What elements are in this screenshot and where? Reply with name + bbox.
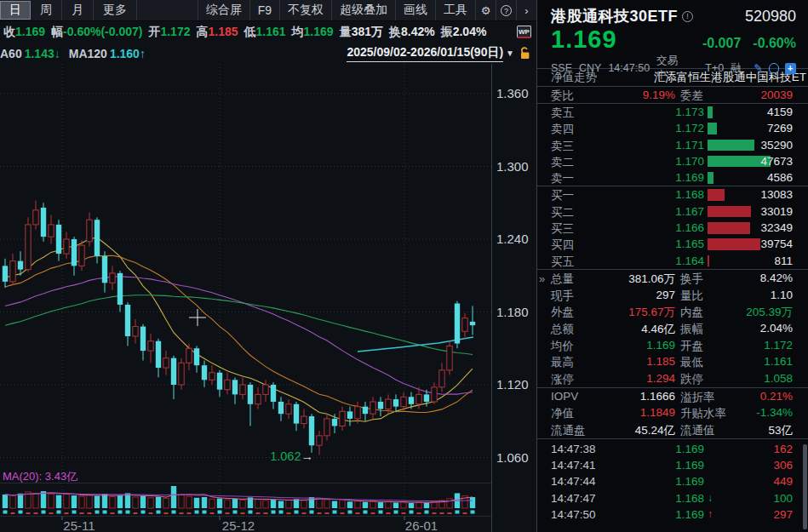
bid-volume: 811 [774, 255, 793, 267]
bid-row[interactable]: 买四1.16539754 [537, 236, 808, 252]
svg-text:1.240: 1.240 [496, 232, 529, 246]
bid-price[interactable]: 1.168 [639, 188, 704, 201]
ma60-label: A60 [0, 47, 22, 60]
menu-item-F9[interactable]: F9 [249, 0, 279, 20]
candlestick-chart[interactable]: 1.3601.3001.2401.1801.1201.06025-1125-12… [0, 64, 536, 532]
ask-row[interactable]: 卖一1.1694586 [537, 169, 808, 186]
ma60-value: 1.143↓ [25, 47, 60, 60]
stat-row: IOPV1.1666溢折率0.21% [537, 388, 808, 405]
bid-price[interactable]: 1.164 [639, 255, 704, 267]
ask-depth-bar [708, 123, 717, 134]
period-tabs: 日周月更多 [0, 0, 137, 20]
menu-item-工具[interactable]: 工具 [435, 0, 475, 20]
bid-depth-bar [708, 206, 751, 218]
quote-振: 振2.04% [441, 25, 487, 40]
ask-book: 卖五1.1734159卖四1.1727269卖三1.17135290卖二1.17… [537, 104, 808, 186]
ask-row[interactable]: 卖三1.17135290 [537, 137, 808, 153]
settings-gear-icon[interactable]: ⚙ [475, 0, 496, 20]
exchange-label: SSE [551, 62, 572, 74]
ask-depth-bar [708, 172, 713, 184]
weicha-value: 20039 [733, 89, 793, 101]
tick-row: 14:47:441.169449 [537, 473, 808, 489]
svg-text:1.060: 1.060 [496, 450, 529, 465]
menu-item-画线[interactable]: 画线 [395, 0, 435, 20]
add-watchlist-icon[interactable]: + [784, 62, 796, 74]
tab-period-日[interactable]: 日 [0, 1, 31, 20]
ask-volume: 4586 [767, 171, 793, 184]
svg-text:1.180: 1.180 [496, 305, 529, 319]
stat-row: 涨停1.294跌停1.058 [537, 370, 808, 387]
quote-换: 换8.42% [389, 25, 435, 40]
tick-arrow-icon: ↓ [708, 492, 713, 504]
stat-row: 净值1.1849升贴水率-1.34% [537, 404, 808, 421]
wp-plugin-icon[interactable]: WP [517, 26, 531, 38]
svg-text:25-12: 25-12 [222, 518, 255, 532]
help-icon[interactable]: ? [496, 0, 516, 20]
stats-block-2: IOPV1.1666溢折率0.21%净值1.1849升贴水率-1.34%流通盘4… [537, 388, 808, 438]
tab-period-周[interactable]: 周 [31, 0, 62, 20]
ask-price[interactable]: 1.170 [639, 155, 704, 168]
bid-row[interactable]: 买一1.16813083 [537, 186, 808, 203]
alert-bell-icon[interactable] [768, 62, 780, 74]
chevron-down-icon[interactable]: ▼ [506, 49, 514, 58]
tick-arrow-icon: ↑ [708, 508, 713, 520]
toolbar-spacer [137, 0, 198, 20]
svg-text:1.360: 1.360 [496, 86, 529, 100]
bid-book: 买一1.16813083买二1.16733019买三1.16632349买四1.… [537, 186, 808, 268]
menu-item-综合屏[interactable]: 综合屏 [198, 0, 249, 20]
last-price: 1.169 [551, 26, 617, 53]
ask-depth-bar [708, 106, 713, 118]
edit-note-icon[interactable]: ✎ [753, 62, 765, 74]
ask-price[interactable]: 1.172 [639, 122, 704, 134]
menu-item-不复权[interactable]: 不复权 [279, 0, 331, 20]
toolbar-more-chevron-icon[interactable]: › [516, 0, 536, 20]
ma120-label: MA120 [69, 47, 107, 60]
quote-开: 开1.172 [148, 25, 190, 40]
chart-section: 日周月更多 综合屏F9不复权超级叠加画线工具 ⚙ ? › 收1.169幅-0.6… [0, 0, 536, 532]
stat-row: 流通盘45.24亿流通值53亿 [537, 421, 808, 438]
bid-depth-bar [708, 222, 750, 234]
quote-均: 均1.169 [292, 25, 334, 40]
bid-volume: 13083 [760, 188, 793, 201]
date-range-selector[interactable]: 2025/09/02-2026/01/15(90日) [347, 45, 503, 62]
expand-panel-icon[interactable]: » [539, 272, 545, 285]
margin-badge: 融 [731, 61, 742, 76]
ask-row[interactable]: 卖四1.1727269 [537, 120, 808, 136]
quote-panel: 港股通科技30ETF ! 520980 1.169 -0.007 -0.60% … [536, 0, 808, 532]
tick-list: 14:47:381.16916214:47:411.16930614:47:44… [537, 439, 808, 523]
ask-row[interactable]: 卖五1.1734159 [537, 104, 808, 120]
ask-price[interactable]: 1.169 [639, 171, 704, 184]
tab-period-月[interactable]: 月 [62, 0, 94, 20]
unlock-icon[interactable] [519, 47, 531, 60]
tab-period-更多[interactable]: 更多 [94, 0, 137, 20]
ask-price[interactable]: 1.171 [639, 139, 704, 152]
bid-row[interactable]: 买二1.16733019 [537, 203, 808, 220]
ask-price[interactable]: 1.173 [639, 106, 704, 118]
ma120-value: 1.160↑ [110, 47, 146, 60]
quote-幅: 幅-0.60%(-0.007) [51, 25, 142, 40]
quote-低: 低1.161 [244, 25, 286, 40]
trading-terminal: 日周月更多 综合屏F9不复权超级叠加画线工具 ⚙ ? › 收1.169幅-0.6… [0, 0, 808, 532]
ask-volume: 7269 [767, 122, 793, 134]
ask-row[interactable]: 卖二1.17047673 [537, 153, 808, 169]
price-change: -0.007 [702, 36, 741, 51]
quote-收: 收1.169 [3, 25, 45, 40]
quote-time: 14:47:50 [608, 62, 650, 74]
bid-row[interactable]: 买五1.164811 [537, 253, 808, 269]
svg-text:1.062→: 1.062→ [270, 449, 313, 463]
bid-price[interactable]: 1.165 [639, 237, 704, 250]
info-icon[interactable]: ! [682, 11, 693, 22]
svg-text:MA(20): 3.43亿: MA(20): 3.43亿 [3, 470, 77, 483]
quote-header: 港股通科技30ETF ! 520980 1.169 -0.007 -0.60% … [537, 0, 808, 69]
bid-price[interactable]: 1.166 [639, 221, 704, 234]
svg-text:1.120: 1.120 [496, 377, 529, 392]
stat-row: 外盘175.67万内盘205.39万 [537, 303, 808, 320]
bid-price[interactable]: 1.167 [639, 205, 704, 218]
tick-scrollbar[interactable] [803, 444, 807, 529]
stat-row: 均价1.169开盘1.172 [537, 337, 808, 354]
weibi-value: 9.19% [588, 89, 675, 101]
bid-row[interactable]: 买三1.16632349 [537, 220, 808, 236]
menu-item-超级叠加[interactable]: 超级叠加 [331, 0, 395, 20]
currency-label: CNY [579, 62, 601, 74]
tplus-badge: T+0 [705, 62, 724, 74]
